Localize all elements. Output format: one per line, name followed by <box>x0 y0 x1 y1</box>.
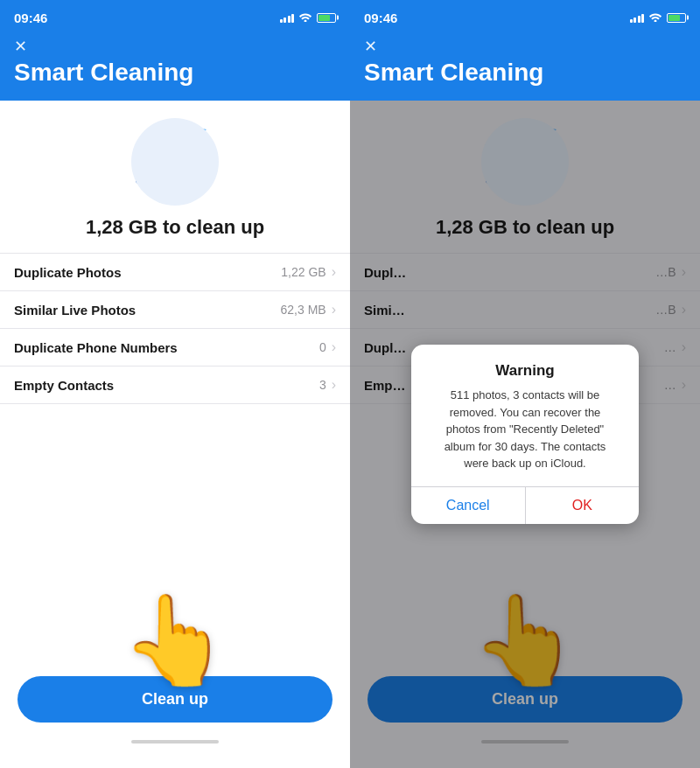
modal-cancel-button[interactable]: Cancel <box>411 487 526 524</box>
close-button-left[interactable]: ✕ <box>14 38 27 54</box>
signal-icon <box>280 12 295 23</box>
item-value: 1,22 GB <box>281 265 326 279</box>
status-icons-right <box>630 10 687 24</box>
modal-buttons: Cancel OK <box>411 486 639 524</box>
content-right: ♡ 1,28 GB to clean up Dupl… …B › Simi… …… <box>350 101 700 768</box>
item-value: 3 <box>319 378 326 392</box>
page-title-left: Smart Cleaning <box>14 59 336 87</box>
chevron-icon: › <box>332 264 336 280</box>
item-value: 0 <box>319 340 326 354</box>
list-item-similar-live[interactable]: Similar Live Photos 62,3 MB › <box>0 291 350 329</box>
list-left: Duplicate Photos 1,22 GB › Similar Live … <box>0 253 350 404</box>
modal-ok-button[interactable]: OK <box>526 487 640 524</box>
list-item-duplicate-photos[interactable]: Duplicate Photos 1,22 GB › <box>0 254 350 291</box>
modal-overlay: Warning 511 photos, 3 contacts will be r… <box>350 101 700 768</box>
content-left: ♡ 1,28 GB to clean up Duplicate Photos 1… <box>0 101 350 768</box>
chevron-icon: › <box>332 377 336 393</box>
hand-area-left: 👆 Clean up <box>0 404 350 768</box>
battery-icon <box>317 13 336 23</box>
right-screen: 09:46 ✕ Smart Cleaning <box>350 0 700 768</box>
wifi-icon <box>298 10 312 24</box>
status-bar-right: 09:46 <box>350 0 700 31</box>
list-item-duplicate-phones[interactable]: Duplicate Phone Numbers 0 › <box>0 329 350 367</box>
item-label: Empty Contacts <box>14 378 114 393</box>
status-bar-left: 09:46 <box>0 0 350 31</box>
chevron-icon: › <box>332 339 336 355</box>
time-right: 09:46 <box>364 10 397 25</box>
close-button-right[interactable]: ✕ <box>364 38 377 54</box>
item-label: Duplicate Phone Numbers <box>14 340 178 355</box>
wifi-icon-right <box>648 10 662 24</box>
signal-icon-right <box>630 12 645 23</box>
battery-icon-right <box>667 13 686 23</box>
header-right: ✕ Smart Cleaning <box>350 31 700 101</box>
item-value: 62,3 MB <box>281 303 326 317</box>
warning-modal: Warning 511 photos, 3 contacts will be r… <box>411 345 639 524</box>
left-screen: 09:46 ✕ Smart Cleaning <box>0 0 350 768</box>
time-left: 09:46 <box>14 10 47 25</box>
status-icons-left <box>280 10 337 24</box>
item-label: Similar Live Photos <box>14 303 136 318</box>
page-title-right: Smart Cleaning <box>364 59 686 87</box>
list-item-empty-contacts[interactable]: Empty Contacts 3 › <box>0 367 350 404</box>
home-indicator-left <box>131 740 219 744</box>
chevron-icon: › <box>332 302 336 318</box>
modal-title: Warning <box>432 362 618 380</box>
app-icon-left: ♡ <box>122 118 228 206</box>
storage-text-left: 1,28 GB to clean up <box>86 216 264 239</box>
header-left: ✕ Smart Cleaning <box>0 31 350 101</box>
item-label: Duplicate Photos <box>14 265 122 280</box>
modal-message: 511 photos, 3 contacts will be removed. … <box>432 387 618 472</box>
hand-icon-left: 👆 <box>121 596 230 683</box>
